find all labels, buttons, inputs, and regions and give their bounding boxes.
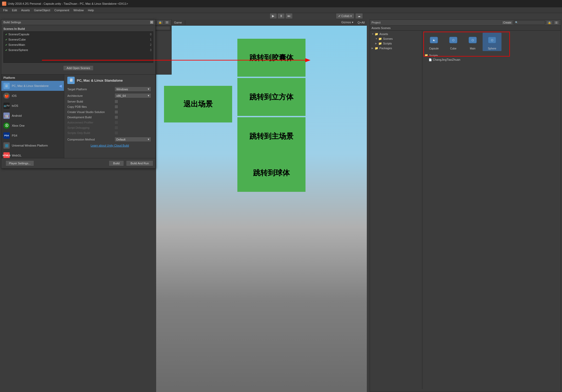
- tree-item-packages[interactable]: ▶ 📁 Packages: [370, 46, 422, 51]
- assets-breadcrumb: Assets Scenes: [370, 26, 561, 31]
- game-btn-exit[interactable]: 退出场景: [164, 86, 232, 122]
- project-tree: ▼ 📁 Assets ▼ 📁 Scenes ▶ 📁 Scripts ▶ 📁 Pa…: [370, 31, 422, 389]
- setting-copy-pdb: Copy PDB files: [67, 105, 152, 109]
- setting-create-vs: Create Visual Studio Solution: [67, 110, 152, 114]
- platform-icon-xbox: Ⓧ: [3, 122, 10, 129]
- platform-item-webgl[interactable]: HTML5 WebGL: [1, 150, 64, 158]
- play-button[interactable]: ▶: [270, 13, 277, 19]
- platform-item-tvos[interactable]: 📺TV tvOS: [1, 101, 64, 111]
- game-btn-capsule[interactable]: 跳转到胶囊体: [237, 39, 305, 77]
- architecture-dropdown[interactable]: x86_64▾: [114, 93, 151, 98]
- setting-label-pdb: Copy PDB files: [67, 105, 114, 108]
- platform-icon-ios: 🍎: [3, 93, 10, 99]
- platform-item-xbox[interactable]: Ⓧ Xbox One: [1, 121, 64, 131]
- menu-gameobject[interactable]: GameObject: [32, 8, 52, 12]
- add-open-scenes-button[interactable]: Add Open Scenes: [63, 65, 93, 71]
- scenes-header: Scenes In Build: [3, 26, 153, 31]
- scene-num-0: 0: [150, 33, 151, 36]
- platform-icon-webgl: HTML5: [3, 152, 10, 158]
- gizmos-button[interactable]: Gizmos ▾: [339, 20, 355, 25]
- search-all-game[interactable]: Q+All: [356, 20, 367, 25]
- tree-item-scenes[interactable]: ▼ 📁 Scenes: [370, 36, 422, 41]
- script-label: ChangJingTiaoZhuan: [433, 58, 460, 61]
- script-debug-checkbox: [114, 126, 118, 130]
- menu-edit[interactable]: Edit: [10, 8, 19, 12]
- platform-item-windows[interactable]: 🖥 PC, Mac & Linux Standalone ◀: [1, 81, 64, 91]
- platform-item-android[interactable]: 🤖 Android: [1, 111, 64, 121]
- asset-item-cube[interactable]: ⬡ Cube: [444, 33, 463, 51]
- build-button[interactable]: Build: [109, 160, 124, 166]
- scene-item-2[interactable]: ✔ Scenes/Main 2: [4, 42, 153, 47]
- platform-item-ps4[interactable]: PS4 PS4: [1, 131, 64, 141]
- menu-component[interactable]: Component: [52, 8, 71, 12]
- scene-item-0[interactable]: ✔ Scenes/Capsule 0: [4, 32, 153, 37]
- hierarchy-lock[interactable]: 🔒: [157, 20, 163, 24]
- asset-label-capsule: Capsule: [429, 47, 439, 50]
- scripts-folder-label[interactable]: 📁 Scripts: [424, 53, 559, 58]
- project-menu[interactable]: ☰: [554, 21, 559, 25]
- tree-item-assets[interactable]: ▼ 📁 Assets: [370, 32, 422, 36]
- scene-item-3[interactable]: ✔ Scenes/Sphere 3: [4, 47, 153, 53]
- platform-icon-uwp: ⊞: [3, 142, 10, 149]
- scene-item-1[interactable]: ✔ Scenes/Cube 1: [4, 37, 153, 42]
- project-content: ☯ Capsule ⬡ Cube: [422, 31, 561, 389]
- platform-settings-title: 🖥 PC, Mac & Linux Standalone: [67, 77, 152, 84]
- menu-help[interactable]: Help: [86, 8, 96, 12]
- svg-text:☯: ☯: [433, 39, 435, 42]
- build-settings-close[interactable]: ✕: [150, 21, 153, 24]
- project-lock[interactable]: 🔒: [546, 21, 553, 25]
- asset-item-capsule[interactable]: ☯ Capsule: [424, 33, 443, 51]
- script-item-changjing[interactable]: 📄 ChangJingTiaoZhuan: [424, 58, 559, 62]
- copy-pdb-checkbox[interactable]: [114, 105, 118, 109]
- platform-item-uwp[interactable]: ⊞ Universal Windows Platform: [1, 141, 64, 150]
- asset-item-main[interactable]: ⬡ Main: [463, 33, 482, 51]
- svg-text:⬡: ⬡: [452, 39, 455, 42]
- menu-assets[interactable]: Assets: [19, 8, 32, 12]
- platform-icon-android: 🤖: [3, 113, 10, 119]
- setting-target-platform: Target Platform Windows▾: [67, 87, 152, 92]
- setting-label-dev: Development Build: [67, 116, 114, 119]
- scenes-section: Scenes In Build ✔ Scenes/Capsule 0 ✔ Sce…: [1, 25, 155, 74]
- asset-item-sphere[interactable]: ⬡ Sphere: [483, 33, 501, 51]
- server-build-checkbox[interactable]: [114, 100, 118, 103]
- hierarchy-menu[interactable]: ☰: [164, 20, 170, 24]
- game-tab[interactable]: Game: [171, 20, 185, 25]
- cloud-build-link[interactable]: Learn about Unity Cloud Build: [67, 144, 152, 147]
- menu-window[interactable]: Window: [71, 8, 86, 12]
- platform-name-android: Android: [12, 114, 22, 117]
- project-search[interactable]: 🔍: [514, 20, 545, 25]
- asset-icon-cube: ⬡: [447, 34, 460, 46]
- platform-item-ios[interactable]: 🍎 iOS: [1, 91, 64, 101]
- setting-label-compression: Compression Method: [67, 138, 114, 141]
- collab-button[interactable]: ✔ Collab ▾: [336, 13, 354, 19]
- pause-button[interactable]: ⏸: [277, 13, 285, 19]
- project-create-btn[interactable]: Create: [502, 21, 513, 25]
- app-icon: U: [2, 2, 6, 6]
- create-vs-checkbox[interactable]: [114, 110, 118, 114]
- game-btn-exit-label: 退出场景: [183, 99, 213, 109]
- player-settings-button[interactable]: Player Settings...: [6, 160, 34, 166]
- menu-bar: File Edit Assets GameObject Component Wi…: [0, 7, 562, 13]
- scripts-label: Scripts: [429, 54, 438, 57]
- platform-icon-windows: 🖥: [3, 83, 10, 89]
- game-btn-capsule-label: 跳转到胶囊体: [249, 53, 293, 63]
- game-btn-sphere[interactable]: 跳转到球体: [237, 154, 305, 192]
- dev-build-checkbox[interactable]: [114, 115, 118, 119]
- game-btn-cube-label: 跳转到立方体: [249, 92, 293, 102]
- platform-name-ps4: PS4: [12, 134, 17, 137]
- compression-dropdown[interactable]: Default▾: [114, 137, 151, 142]
- menu-file[interactable]: File: [1, 8, 10, 12]
- game-btn-cube[interactable]: 跳转到立方体: [237, 78, 305, 116]
- target-platform-dropdown[interactable]: Windows▾: [114, 87, 151, 92]
- game-btn-main[interactable]: 跳转到主场景: [237, 117, 305, 155]
- step-button[interactable]: ⏭: [285, 13, 293, 19]
- setting-label-script-debug: Script Debugging: [67, 126, 114, 129]
- platform-name-tvos: tvOS: [12, 104, 18, 107]
- cloud-button[interactable]: ☁: [355, 13, 363, 19]
- scene-name-3: Scenes/Sphere: [8, 48, 150, 52]
- platform-header: Platform: [1, 75, 64, 81]
- build-and-run-button[interactable]: Build And Run: [126, 160, 153, 166]
- platform-icon-tvos: 📺TV: [3, 103, 10, 109]
- tree-item-scripts[interactable]: ▶ 📁 Scripts: [370, 41, 422, 46]
- scene-name-0: Scenes/Capsule: [8, 33, 150, 36]
